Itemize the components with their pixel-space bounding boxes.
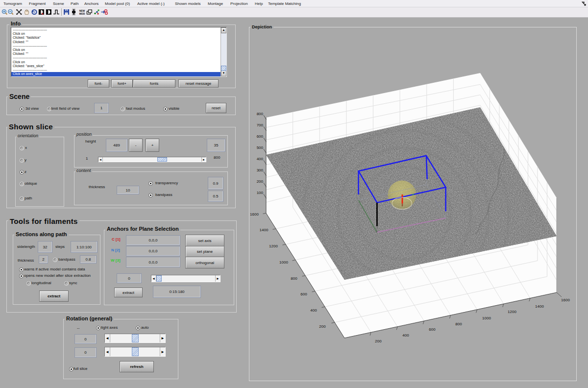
svg-text:500: 500 [257, 146, 264, 150]
svg-text:200: 200 [319, 324, 326, 329]
svg-text:600: 600 [300, 292, 307, 296]
svg-text:400: 400 [402, 333, 409, 338]
svg-text:800: 800 [291, 276, 297, 281]
svg-text:600: 600 [257, 134, 264, 139]
svg-text:1000: 1000 [279, 260, 288, 265]
svg-text:1600: 1600 [250, 212, 259, 217]
svg-text:800: 800 [257, 112, 264, 116]
svg-text:100: 100 [257, 191, 264, 195]
svg-text:1600: 1600 [561, 298, 570, 302]
svg-text:1200: 1200 [508, 310, 516, 314]
svg-text:800: 800 [455, 322, 462, 326]
svg-text:300: 300 [257, 168, 264, 172]
svg-text:1400: 1400 [535, 304, 544, 309]
svg-text:700: 700 [257, 123, 264, 127]
svg-text:1400: 1400 [260, 228, 269, 232]
svg-text:600: 600 [429, 327, 436, 332]
svg-text:1000: 1000 [482, 316, 491, 320]
svg-text:1200: 1200 [269, 244, 278, 248]
svg-text:400: 400 [310, 308, 317, 313]
svg-text:400: 400 [257, 157, 264, 161]
svg-text:200: 200 [375, 339, 382, 343]
svg-text:200: 200 [257, 179, 264, 184]
